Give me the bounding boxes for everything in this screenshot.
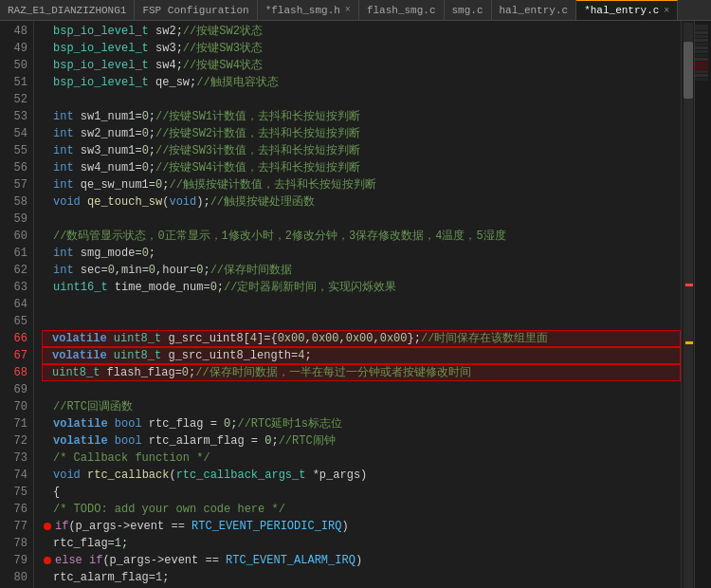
line-num: 72 (0, 432, 27, 450)
line-num: 78 (0, 535, 27, 552)
line-num: 58 (0, 193, 27, 211)
breakpoint-dot (44, 523, 51, 530)
line-num: 79 (0, 552, 27, 569)
scrollbar-track[interactable] (684, 23, 693, 588)
line-num: 65 (0, 313, 27, 330)
tab-project[interactable]: RAZ_E1_DIANZIZHONG1 (0, 0, 135, 21)
table-row: rtc_alarm_flag=1; (44, 569, 681, 586)
table-row: int sec=0,min=0,hour=0;//保存时间数据 (44, 262, 681, 279)
table-row: int qe_sw_num1=0;//触摸按键计数值，去抖和长按短按判断 (44, 176, 681, 193)
tab-label: flash_smg.c (367, 5, 436, 16)
tab-label: *hal_entry.c (584, 5, 659, 16)
tab-bar: RAZ_E1_DIANZIZHONG1 FSP Configuration *f… (0, 0, 711, 21)
code-text: volatile uint8_t g_src_uint8_length=4; (52, 347, 312, 364)
code-text: int sw3_num1=0;//按键SW3计数值，去抖和长按短按判断 (53, 142, 360, 159)
tab-hal-active[interactable]: *hal_entry.c (576, 0, 678, 21)
line-num: 53 (0, 108, 27, 125)
scrollbar-thumb[interactable] (684, 42, 693, 99)
code-text: bsp_io_level_t qe_sw;//触摸电容状态 (53, 74, 279, 91)
code-text: volatile bool rtc_flag = 0;//RTC延时1s标志位 (53, 415, 342, 432)
line-num: 69 (0, 381, 27, 398)
table-row-highlighted: uint8_t flash_flag=0;//保存时间数据，一半在每过一分钟或者… (42, 364, 681, 381)
table-row (44, 91, 681, 108)
table-row: void rtc_callback(rtc_callback_args_t *p… (44, 467, 681, 484)
table-row: //RTC回调函数 (44, 398, 681, 415)
close-icon[interactable] (345, 5, 351, 15)
table-row: { (44, 484, 681, 501)
table-row: int sw4_num1=0;//按键SW4计数值，去抖和长按短按判断 (44, 159, 681, 176)
table-row-highlighted: volatile uint8_t g_src_uint8_length=4; (42, 347, 681, 364)
code-text: int smg_mode=0; (53, 245, 155, 262)
editor-window: RAZ_E1_DIANZIZHONG1 FSP Configuration *f… (0, 0, 711, 588)
table-row (44, 313, 681, 330)
table-row (44, 381, 681, 398)
line-num: 71 (0, 415, 27, 432)
tab-hal[interactable]: hal_entry.c (492, 0, 577, 21)
line-num: 73 (0, 450, 27, 467)
code-text: else if(p_args->event == RTC_EVENT_ALARM… (53, 552, 362, 569)
line-num: 55 (0, 142, 27, 159)
tab-fsp[interactable]: FSP Configuration (135, 0, 257, 21)
warning-marker (685, 341, 693, 344)
code-text: bsp_io_level_t sw4;//按键SW4状态 (53, 57, 263, 74)
code-text: if(p_args->event == RTC_EVENT_PERIODIC_I… (53, 518, 349, 535)
code-text: int sw1_num1=0;//按键SW1计数值，去抖和长按短按判断 (53, 108, 360, 125)
code-text: int sw4_num1=0;//按键SW4计数值，去抖和长按短按判断 (53, 159, 360, 176)
line-num: 64 (0, 296, 27, 313)
tab-label: RAZ_E1_DIANZIZHONG1 (8, 5, 126, 16)
tab-label: smg.c (452, 5, 483, 16)
code-text: rtc_flag=1; (53, 535, 128, 552)
table-row: int smg_mode=0; (44, 245, 681, 262)
tab-flash-h[interactable]: *flash_smg.h (258, 0, 359, 21)
line-num: 62 (0, 262, 27, 279)
line-num: 60 (0, 228, 27, 245)
line-num: 50 (0, 57, 27, 74)
line-num: 51 (0, 74, 27, 91)
table-row (44, 296, 681, 313)
table-row-highlighted: volatile uint8_t g_src_uint8[4]={0x00,0x… (42, 330, 681, 347)
code-text: void qe_touch_sw(void);//触摸按键处理函数 (53, 193, 315, 211)
code-text: //RTC回调函数 (53, 398, 133, 415)
error-marker (685, 284, 693, 286)
code-scroll: 48 49 50 51 52 53 54 55 56 57 58 59 60 6… (0, 21, 711, 588)
code-editor[interactable]: 48 49 50 51 52 53 54 55 56 57 58 59 60 6… (0, 21, 711, 588)
table-row: rtc_flag=1; (44, 535, 681, 552)
code-text: int sw2_num1=0;//按键SW2计数值，去抖和长按短按判断 (53, 125, 360, 142)
line-num: 75 (0, 484, 27, 501)
line-num: 52 (0, 91, 27, 108)
code-text: //数码管显示状态，0正常显示，1修改小时，2修改分钟，3保存修改数据，4温度，… (53, 228, 506, 245)
line-num: 57 (0, 176, 27, 193)
table-row: bsp_io_level_t qe_sw;//触摸电容状态 (44, 74, 681, 91)
table-row: else if(p_args->event == RTC_EVENT_ALARM… (44, 552, 681, 569)
line-num: 63 (0, 279, 27, 296)
table-row: //数码管显示状态，0正常显示，1修改小时，2修改分钟，3保存修改数据，4温度，… (44, 228, 681, 245)
scrollbar-panel[interactable] (681, 21, 694, 588)
tab-flash-c[interactable]: flash_smg.c (359, 0, 445, 21)
table-row: uint16_t time_mode_num=0;//定时器刷新时间，实现闪烁效… (44, 279, 681, 296)
table-row: int sw3_num1=0;//按键SW3计数值，去抖和长按短按判断 (44, 142, 681, 159)
line-numbers: 48 49 50 51 52 53 54 55 56 57 58 59 60 6… (0, 21, 34, 588)
code-text: /* Callback function */ (53, 450, 210, 467)
code-text: uint8_t flash_flag=0;//保存时间数据，一半在每过一分钟或者… (52, 364, 471, 381)
table-row: if(p_args->event == RTC_EVENT_PERIODIC_I… (44, 518, 681, 535)
tab-label: hal_entry.c (500, 5, 569, 16)
code-text: volatile bool rtc_alarm_flag = 0;//RTC闹钟 (53, 432, 336, 450)
table-row: int sw2_num1=0;//按键SW2计数值，去抖和长按短按判断 (44, 125, 681, 142)
line-num: 56 (0, 159, 27, 176)
table-row: /* TODO: add your own code here */ (44, 501, 681, 518)
table-row: volatile bool rtc_alarm_flag = 0;//RTC闹钟 (44, 432, 681, 450)
table-row: bsp_io_level_t sw2;//按键SW2状态 (44, 23, 681, 40)
code-content[interactable]: bsp_io_level_t sw2;//按键SW2状态 bsp_io_leve… (34, 21, 681, 588)
code-text: void rtc_callback(rtc_callback_args_t *p… (53, 467, 367, 484)
minimap (694, 21, 711, 588)
table-row (44, 211, 681, 228)
tab-smg[interactable]: smg.c (445, 0, 492, 21)
table-row: int sw1_num1=0;//按键SW1计数值，去抖和长按短按判断 (44, 108, 681, 125)
line-num: 74 (0, 467, 27, 484)
close-icon[interactable] (664, 6, 669, 16)
line-num: 48 (0, 23, 27, 40)
code-text: { (53, 484, 60, 501)
tab-label: *flash_smg.h (265, 5, 340, 16)
line-num: 67 (0, 347, 27, 364)
code-text: volatile uint8_t g_src_uint8[4]={0x00,0x… (52, 330, 548, 347)
